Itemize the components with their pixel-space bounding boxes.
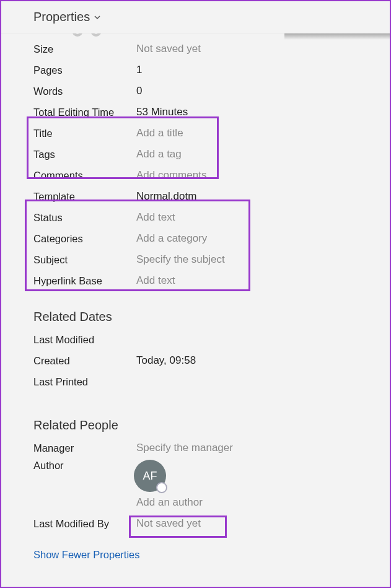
- label-last-modified-by: Last Modified By: [33, 518, 136, 530]
- row-size: Size Not saved yet: [33, 38, 390, 59]
- properties-title: Properties: [33, 10, 90, 24]
- input-subject[interactable]: Specify the subject: [136, 253, 225, 266]
- author-avatar[interactable]: AF: [134, 460, 166, 492]
- author-initials: AF: [143, 470, 157, 483]
- value-created: Today, 09:58: [136, 354, 196, 367]
- row-last-modified-by: Last Modified By Not saved yet: [33, 513, 390, 534]
- label-comments: Comments: [33, 170, 136, 182]
- row-words: Words 0: [33, 81, 390, 102]
- label-editing-time: Total Editing Time: [33, 107, 136, 118]
- row-created: Created Today, 09:58: [33, 350, 390, 371]
- input-comments[interactable]: Add comments: [136, 169, 206, 182]
- label-last-printed: Last Printed: [33, 376, 136, 388]
- value-pages: 1: [136, 64, 142, 76]
- input-manager[interactable]: Specify the manager: [136, 442, 233, 454]
- row-comments[interactable]: Comments Add comments: [33, 165, 390, 186]
- row-add-author[interactable]: Add an author: [33, 492, 390, 513]
- row-subject[interactable]: Subject Specify the subject: [33, 249, 390, 270]
- row-status[interactable]: Status Add text: [33, 207, 390, 228]
- label-tags: Tags: [33, 149, 136, 160]
- value-editing-time: 53 Minutes: [136, 106, 188, 118]
- row-hyperlink-base[interactable]: Hyperlink Base Add text: [33, 270, 390, 291]
- input-status[interactable]: Add text: [136, 211, 175, 224]
- value-words: 0: [136, 85, 142, 97]
- ribbon-shadow: [284, 33, 390, 40]
- label-words: Words: [33, 86, 136, 97]
- input-categories[interactable]: Add a category: [136, 232, 207, 245]
- row-tags[interactable]: Tags Add a tag: [33, 144, 390, 165]
- row-last-printed: Last Printed: [33, 371, 390, 392]
- input-add-author[interactable]: Add an author: [136, 496, 203, 509]
- label-last-modified: Last Modified: [33, 334, 136, 346]
- label-status: Status: [33, 212, 136, 224]
- show-fewer-properties-link[interactable]: Show Fewer Properties: [33, 549, 390, 561]
- label-size: Size: [33, 43, 136, 55]
- row-editing-time: Total Editing Time 53 Minutes: [33, 102, 390, 123]
- label-title: Title: [33, 128, 136, 139]
- section-related-dates: Related Dates: [33, 310, 390, 324]
- properties-header[interactable]: Properties: [1, 1, 390, 33]
- label-template: Template: [33, 191, 136, 203]
- label-created: Created: [33, 355, 136, 367]
- label-author: Author: [33, 460, 136, 472]
- section-related-people: Related People: [33, 418, 390, 432]
- row-categories[interactable]: Categories Add a category: [33, 228, 390, 249]
- row-title[interactable]: Title Add a title: [33, 123, 390, 144]
- input-tags[interactable]: Add a tag: [136, 148, 182, 160]
- label-subject: Subject: [33, 254, 136, 266]
- label-hyperlink-base: Hyperlink Base: [33, 275, 136, 287]
- value-size: Not saved yet: [136, 43, 201, 55]
- value-last-modified-by: Not saved yet: [136, 517, 201, 530]
- value-template: Normal.dotm: [136, 190, 196, 203]
- row-manager[interactable]: Manager Specify the manager: [33, 437, 390, 459]
- row-last-modified: Last Modified: [33, 329, 390, 350]
- row-author: Author AF: [33, 459, 390, 492]
- input-title[interactable]: Add a title: [136, 127, 183, 139]
- row-pages: Pages 1: [33, 59, 390, 81]
- chevron-down-icon: [94, 14, 101, 21]
- label-manager: Manager: [33, 442, 136, 454]
- label-pages: Pages: [33, 64, 136, 76]
- input-hyperlink-base[interactable]: Add text: [136, 274, 175, 287]
- row-template: Template Normal.dotm: [33, 186, 390, 207]
- label-categories: Categories: [33, 233, 136, 245]
- presence-icon: [156, 482, 167, 493]
